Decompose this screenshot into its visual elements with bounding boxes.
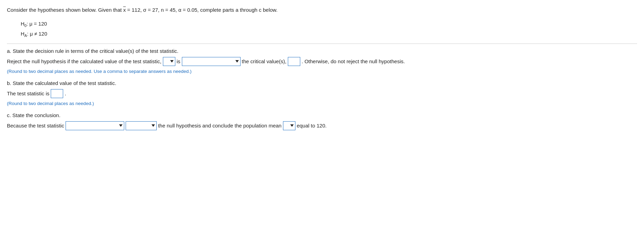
intro-text-before: Consider the hypotheses shown below. Giv… xyxy=(7,7,123,13)
h0-line: H0: μ = 120 xyxy=(21,19,637,29)
part-b-hint: (Round to two decimal places as needed.) xyxy=(7,101,637,106)
part-a-hint: (Round to two decimal places as needed. … xyxy=(7,69,637,74)
period: . xyxy=(65,89,66,98)
reject-action-dropdown[interactable] xyxy=(126,121,157,130)
test-statistic-text: The test statistic is xyxy=(7,89,49,98)
part-c-label: c. State the conclusion. xyxy=(7,112,637,118)
null-hypothesis-text: the null hypothesis and conclude the pop… xyxy=(158,121,282,130)
part-a-instruction: Reject the null hypothesis if the calcul… xyxy=(7,57,637,66)
stat-value-arrow xyxy=(119,124,123,127)
is-isnot-dropdown[interactable] xyxy=(283,121,295,130)
reject-action-arrow xyxy=(152,124,155,127)
h0-label: H0: μ = 120 xyxy=(21,21,47,27)
critical-value-text: the critical value(s), xyxy=(242,57,286,66)
reject-condition-arrow xyxy=(170,60,174,63)
reject-text: Reject the null hypothesis if the calcul… xyxy=(7,57,162,66)
is-isnot-arrow xyxy=(290,124,294,127)
part-c-section: c. State the conclusion. Because the tes… xyxy=(7,112,637,130)
reject-condition-dropdown[interactable] xyxy=(163,57,175,66)
otherwise-text: . Otherwise, do not reject the null hypo… xyxy=(302,57,405,66)
ha-label: HA: μ ≠ 120 xyxy=(21,31,47,37)
intro-paragraph: Consider the hypotheses shown below. Giv… xyxy=(7,6,637,14)
critical-value-input[interactable] xyxy=(288,57,300,66)
is-text: is xyxy=(177,57,180,66)
divider xyxy=(7,44,637,44)
part-b-instruction: The test statistic is . xyxy=(7,89,637,98)
part-a-label: a. State the decision rule in terms of t… xyxy=(7,48,637,54)
comparison-dropdown[interactable] xyxy=(182,57,241,66)
hypothesis-block: H0: μ = 120 HA: μ ≠ 120 xyxy=(21,19,637,40)
stat-value-dropdown[interactable] xyxy=(66,121,124,130)
ha-line: HA: μ ≠ 120 xyxy=(21,29,637,39)
equal-to-text: equal to 120. xyxy=(297,121,327,130)
test-statistic-input[interactable] xyxy=(51,89,63,98)
part-a-section: a. State the decision rule in terms of t… xyxy=(7,48,637,74)
part-c-instruction: Because the test statistic the null hypo… xyxy=(7,121,637,130)
comparison-arrow xyxy=(235,60,239,63)
intro-text-after: = 112, σ = 27, n = 45, α = 0.05, complet… xyxy=(126,7,277,13)
because-text: Because the test statistic xyxy=(7,121,64,130)
part-b-label: b. State the calculated value of the tes… xyxy=(7,80,637,86)
part-b-section: b. State the calculated value of the tes… xyxy=(7,80,637,106)
